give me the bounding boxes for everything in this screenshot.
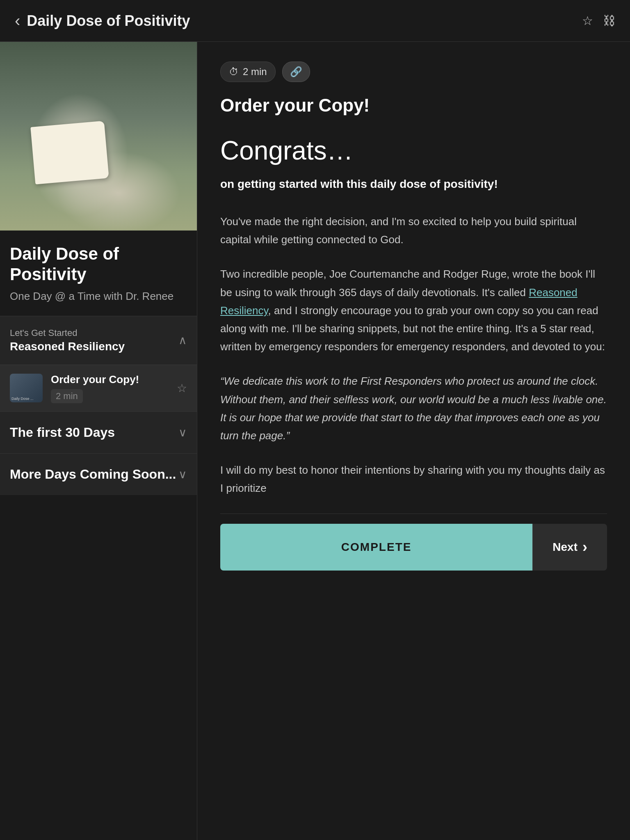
lesson-duration: 2 min — [51, 389, 83, 403]
lesson-thumbnail — [10, 374, 43, 402]
para2-suffix: , and I strongly encourage you to grab y… — [220, 304, 605, 353]
lesson-title: Order your Copy! — [51, 373, 169, 386]
main-content: Daily Dose of Positivity One Day @ a Tim… — [0, 42, 630, 840]
lesson-thumbnail-image — [10, 374, 43, 402]
body-para-1: You've made the right decision, and I'm … — [220, 212, 607, 249]
clock-icon: ⏱ — [229, 66, 239, 78]
content-page-title: Order your Copy! — [220, 95, 607, 116]
section-1-title: Reasoned Resiliency — [10, 340, 125, 353]
complete-button[interactable]: COMPLETE — [220, 524, 532, 571]
link-chain-icon: 🔗 — [290, 66, 302, 77]
chevron-down-icon-3: ∨ — [178, 468, 187, 481]
hero-image — [0, 42, 197, 231]
bookmark-star-icon: ☆ — [177, 382, 187, 395]
back-button[interactable] — [15, 11, 20, 30]
time-value: 2 min — [243, 66, 267, 78]
share-button[interactable]: ⛓ — [603, 15, 615, 27]
next-button[interactable]: Next — [532, 524, 607, 571]
section-1-text: Let's Get Started Reasoned Resiliency — [10, 328, 125, 353]
section-2-title: The first 30 Days — [10, 425, 115, 440]
chain-link-icon: ⛓ — [603, 14, 615, 27]
section-2-header[interactable]: The first 30 Days ∨ — [0, 411, 197, 453]
section-3-header[interactable]: More Days Coming Soon... ∨ — [0, 453, 197, 495]
right-panel: ⏱ 2 min 🔗 Order your Copy! Congrats… on … — [197, 42, 630, 840]
course-subtitle: One Day @ a Time with Dr. Renee — [10, 290, 187, 303]
body-para-3: I will do my best to honor their intenti… — [220, 461, 607, 497]
header: Daily Dose of Positivity ☆ ⛓ — [0, 0, 630, 42]
section-1-label: Let's Get Started — [10, 328, 125, 338]
link-button[interactable]: 🔗 — [282, 62, 310, 82]
time-badge: ⏱ 2 min — [220, 62, 276, 82]
arrow-left-icon — [15, 14, 20, 29]
sidebar-sections: Let's Get Started Reasoned Resiliency ∧ … — [0, 316, 197, 840]
lesson-meta: 2 min — [51, 389, 169, 403]
lesson-bookmark-button[interactable]: ☆ — [177, 381, 187, 395]
chevron-right-icon — [582, 539, 587, 556]
congrats-heading: Congrats… — [220, 135, 607, 166]
chevron-up-icon: ∧ — [178, 333, 187, 347]
bookmark-button[interactable]: ☆ — [582, 15, 593, 27]
congrats-subtext: on getting started with this daily dose … — [220, 176, 607, 193]
body-para-2: Two incredible people, Joe Courtemanche … — [220, 265, 607, 356]
chevron-down-icon-2: ∨ — [178, 426, 187, 439]
section-3-title: More Days Coming Soon... — [10, 467, 176, 482]
next-label: Next — [552, 541, 578, 554]
lesson-item[interactable]: Order your Copy! 2 min ☆ — [0, 365, 197, 411]
meta-row: ⏱ 2 min 🔗 — [220, 62, 607, 82]
header-left: Daily Dose of Positivity — [15, 11, 190, 30]
section-1-header[interactable]: Let's Get Started Reasoned Resiliency ∧ — [0, 316, 197, 365]
course-title: Daily Dose of Positivity — [10, 244, 187, 285]
star-icon: ☆ — [582, 14, 593, 27]
action-bar: COMPLETE Next — [220, 514, 607, 571]
header-title: Daily Dose of Positivity — [27, 12, 190, 30]
left-panel: Daily Dose of Positivity One Day @ a Tim… — [0, 42, 197, 840]
course-info: Daily Dose of Positivity One Day @ a Tim… — [0, 231, 197, 309]
quote-text: “We dedicate this work to the First Resp… — [220, 372, 607, 445]
lesson-info: Order your Copy! 2 min — [51, 373, 169, 403]
header-icons: ☆ ⛓ — [582, 15, 615, 27]
